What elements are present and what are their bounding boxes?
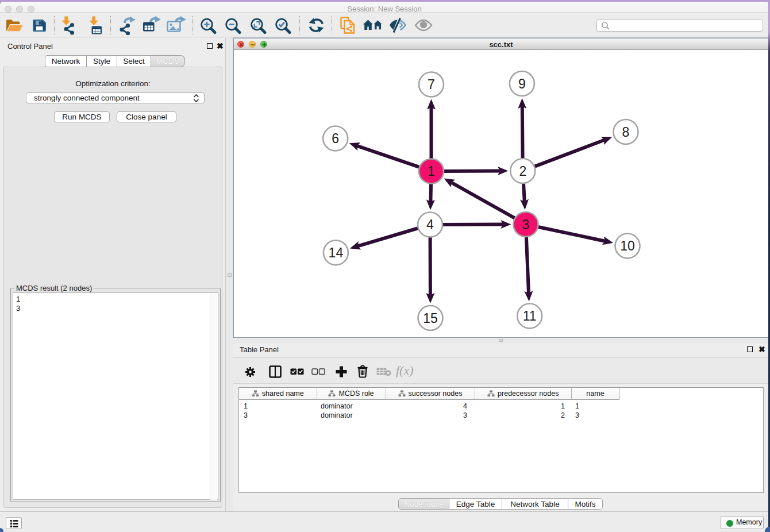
svg-text:10: 10 <box>620 238 635 253</box>
svg-text:7: 7 <box>428 77 435 92</box>
svg-text:11: 11 <box>523 309 537 323</box>
svg-text:4: 4 <box>426 217 434 232</box>
svg-text:8: 8 <box>622 125 630 140</box>
svg-text:15: 15 <box>423 311 438 326</box>
svg-text:14: 14 <box>329 245 344 260</box>
svg-text:2: 2 <box>519 164 526 179</box>
svg-text:1: 1 <box>428 164 435 179</box>
svg-text:9: 9 <box>518 76 526 91</box>
svg-text:6: 6 <box>332 131 339 146</box>
svg-text:3: 3 <box>522 217 530 232</box>
